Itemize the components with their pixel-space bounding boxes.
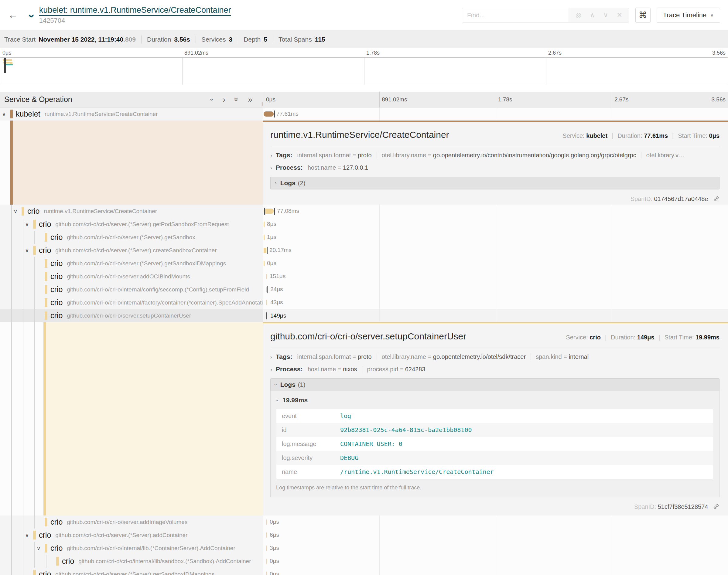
service-name: crio (51, 272, 63, 281)
span-row-timeline[interactable]: 20.17ms (263, 244, 728, 257)
chevron-down-icon[interactable]: ∨ (36, 544, 41, 551)
span-detail-meta: Service: kubelet|Duration: 77.61ms|Start… (562, 132, 720, 139)
span-row-name[interactable]: criogithub.com/cri-o/cri-o/server.addOCI… (0, 270, 263, 283)
span-duration: 0μs (270, 571, 279, 575)
span-row-name[interactable]: ∨criogithub.com/cri-o/cri-o/server.(*Ser… (0, 244, 263, 257)
trace-title-link[interactable]: kubelet: runtime.v1.RuntimeService/Creat… (39, 5, 231, 16)
tags-row[interactable]: › Tags: internal.span.format = protootel… (270, 353, 720, 360)
logs-toggle[interactable]: › Logs(2) (270, 177, 720, 190)
span-id-value: 51cf7f38e5128574 (658, 503, 708, 510)
span-row-name[interactable]: criogithub.com/cri-o/cri-o/internal/fact… (0, 296, 263, 309)
span-bar[interactable] (266, 533, 267, 538)
chevron-down-icon[interactable]: ∨ (25, 246, 29, 253)
span-row-timeline[interactable]: 0μs (263, 257, 728, 270)
chevron-down-icon[interactable]: ∨ (2, 110, 6, 117)
span-bar[interactable] (264, 248, 266, 253)
span-bar[interactable] (264, 261, 265, 266)
operation-name: runtime.v1.RuntimeService/CreateContaine… (45, 111, 158, 117)
span-row-name[interactable]: criogithub.com/cri-o/cri-o/server.(*Serv… (0, 231, 263, 244)
prev-match-icon[interactable]: ∧ (586, 11, 599, 19)
log-field-row: id92b82381-025c-4a64-815c-ba2e1bb08100 (276, 423, 713, 437)
chevron-right-icon: › (270, 153, 272, 159)
deep-link-icon[interactable] (713, 196, 720, 202)
span-row-timeline[interactable]: 24μs (263, 283, 728, 296)
span-row: criogithub.com/cri-o/cri-o/server.addOCI… (0, 270, 728, 283)
log-marker-tick (264, 208, 265, 215)
span-duration: 0μs (270, 558, 279, 564)
ruler-tick: 2.67s (615, 92, 628, 107)
next-match-icon[interactable]: ∨ (599, 11, 612, 19)
span-row-name[interactable]: ∨kubeletruntime.v1.RuntimeService/Create… (0, 107, 263, 121)
minimap-scroll-indicator[interactable] (4, 58, 6, 73)
chevron-down-icon[interactable]: ∨ (13, 207, 18, 214)
span-detail-title: github.com/cri-o/cri-o/server.setupConta… (270, 331, 566, 342)
span-bar[interactable] (266, 519, 267, 525)
span-row-name[interactable]: criogithub.com/cri-o/cri-o/internal/lib/… (0, 555, 263, 568)
collapse-one-icon[interactable]: › (208, 98, 216, 101)
span-row-name[interactable]: criogithub.com/cri-o/cri-o/server.addIma… (0, 515, 263, 529)
keyboard-shortcuts-button[interactable]: ⌘ (635, 8, 651, 23)
span-row-timeline[interactable]: 43μs (263, 296, 728, 309)
find-group: ◎ ∧ ∨ ✕ (462, 8, 629, 23)
chevron-right-icon: › (270, 165, 272, 171)
span-row-name[interactable]: ∨criogithub.com/cri-o/cri-o/internal/lib… (0, 542, 263, 555)
span-row-timeline[interactable]: 3μs (263, 542, 728, 555)
minimap-tick: 891.02ms (184, 50, 208, 56)
span-row-name[interactable]: criogithub.com/cri-o/cri-o/internal/conf… (0, 283, 263, 296)
span-row-timeline[interactable]: 8μs (263, 218, 728, 231)
log-marker-tick (267, 286, 268, 293)
span-row-timeline[interactable]: 151μs (263, 270, 728, 283)
span-bar[interactable] (266, 559, 267, 564)
span-bar[interactable] (264, 111, 274, 116)
expand-one-icon[interactable]: › (223, 96, 225, 104)
back-arrow-icon[interactable]: ← (8, 9, 18, 21)
expand-all-icon[interactable]: » (248, 96, 253, 104)
find-input[interactable] (462, 8, 568, 22)
process-row[interactable]: › Process: host.name = 127.0.0.1 (270, 164, 720, 171)
span-row-timeline[interactable]: 77.08ms (263, 205, 728, 218)
trace-view-selector[interactable]: Trace Timeline ∨ (657, 8, 720, 23)
minimap-canvas[interactable] (0, 57, 728, 85)
collapse-all-icon[interactable]: » (233, 97, 240, 101)
span-row-timeline[interactable]: 0μs (263, 568, 728, 575)
log-marker-tick (266, 312, 267, 319)
span-bar[interactable] (264, 222, 265, 227)
operation-name: github.com/cri-o/cri-o/internal/lib/sand… (78, 558, 251, 565)
log-marker-tick (274, 208, 275, 215)
span-row-timeline[interactable]: 77.61ms (263, 107, 728, 121)
chevron-down-icon[interactable]: ∨ (25, 221, 29, 227)
span-row-timeline[interactable]: 0μs (263, 515, 728, 529)
process-row[interactable]: › Process: host.name = nixosprocess.pid … (270, 366, 720, 373)
clear-find-icon[interactable]: ✕ (612, 11, 626, 19)
span-row-name[interactable]: criogithub.com/cri-o/cri-o/server.(*Serv… (0, 568, 263, 575)
span-row-name[interactable]: ∨criogithub.com/cri-o/cri-o/server.(*Ser… (0, 218, 263, 231)
span-bar[interactable] (266, 546, 267, 551)
tag-item: internal.span.format = proto (297, 353, 371, 360)
service-color-strip (56, 557, 59, 566)
span-row-name[interactable]: criogithub.com/cri-o/cri-o/server.setupC… (0, 309, 263, 322)
column-resizer-handle[interactable]: ‖ (262, 101, 263, 107)
span-bar[interactable] (266, 300, 267, 305)
log-entry-toggle[interactable]: › 19.99ms (276, 397, 713, 404)
span-bar[interactable] (266, 572, 267, 575)
trace-stat: Depth5 (243, 36, 267, 43)
span-row-name[interactable]: criogithub.com/cri-o/cri-o/server.(*Serv… (0, 257, 263, 270)
logs-toggle[interactable]: › Logs(1) (270, 378, 720, 391)
span-row-timeline[interactable]: 6μs (263, 529, 728, 542)
span-bar[interactable] (266, 274, 267, 279)
focus-match-icon[interactable]: ◎ (571, 11, 586, 19)
span-bar[interactable] (264, 235, 265, 240)
span-row-name[interactable]: ∨criogithub.com/cri-o/cri-o/server.(*Ser… (0, 529, 263, 542)
span-row-timeline[interactable]: 0μs (263, 555, 728, 568)
deep-link-icon[interactable] (713, 503, 720, 510)
collapse-trace-chevron-icon[interactable]: › (25, 14, 38, 18)
ruler-tick: 3.56s (712, 92, 726, 107)
span-detail-crio: github.com/cri-o/cri-o/server.setupConta… (0, 322, 728, 515)
span-row-name[interactable]: ∨crioruntime.v1.RuntimeService/CreateCon… (0, 205, 263, 218)
chevron-down-icon[interactable]: ∨ (25, 531, 29, 538)
span-row-timeline[interactable]: 1μs (263, 231, 728, 244)
tags-row[interactable]: › Tags: internal.span.format = protootel… (270, 151, 720, 159)
service-name: crio (51, 544, 63, 552)
chevron-down-icon: › (273, 384, 279, 385)
span-row-timeline[interactable]: 149μs (263, 309, 728, 322)
